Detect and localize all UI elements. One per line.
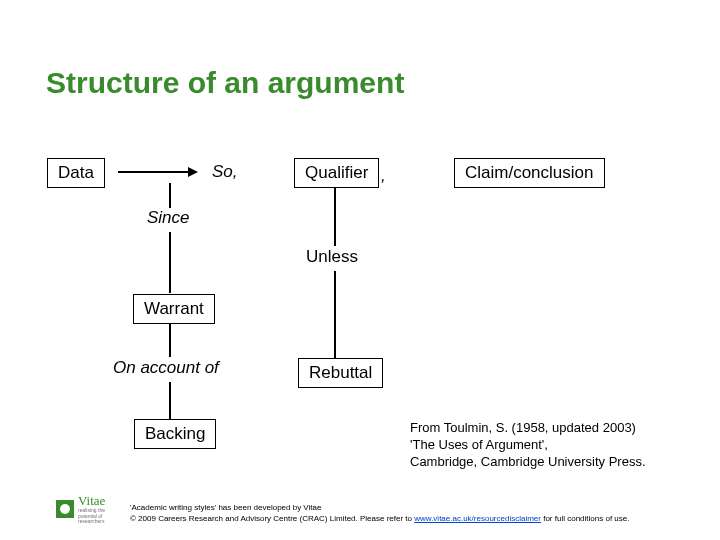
- label-so: So,: [212, 162, 238, 182]
- box-rebuttal: Rebuttal: [298, 358, 383, 388]
- vitae-logo-mark: [56, 500, 74, 518]
- vitae-logo: Vitae realising the potential of researc…: [56, 494, 118, 524]
- citation: From Toulmin, S. (1958, updated 2003) 'T…: [410, 420, 646, 471]
- footer: 'Academic writing styles' has been devel…: [130, 502, 629, 524]
- label-on-account-of: On account of: [113, 358, 219, 378]
- box-data: Data: [47, 158, 105, 188]
- vitae-logo-text: Vitae: [78, 494, 105, 507]
- box-backing: Backing: [134, 419, 216, 449]
- label-comma: ,: [381, 166, 386, 186]
- footer-link[interactable]: www.vitae.ac.uk/resourcedisclaimer: [414, 514, 541, 523]
- citation-line1: From Toulmin, S. (1958, updated 2003): [410, 420, 646, 437]
- citation-line2: 'The Uses of Argument',: [410, 437, 646, 454]
- box-warrant: Warrant: [133, 294, 215, 324]
- svg-marker-1: [188, 167, 198, 177]
- box-claim: Claim/conclusion: [454, 158, 605, 188]
- footer-line2: © 2009 Careers Research and Advisory Cen…: [130, 513, 629, 524]
- label-unless: Unless: [306, 247, 358, 267]
- label-since: Since: [147, 208, 190, 228]
- citation-line3: Cambridge, Cambridge University Press.: [410, 454, 646, 471]
- box-qualifier: Qualifier: [294, 158, 379, 188]
- vitae-logo-sub: realising the potential of researchers: [78, 508, 118, 525]
- footer-line1: 'Academic writing styles' has been devel…: [130, 502, 629, 513]
- page-title: Structure of an argument: [46, 66, 404, 100]
